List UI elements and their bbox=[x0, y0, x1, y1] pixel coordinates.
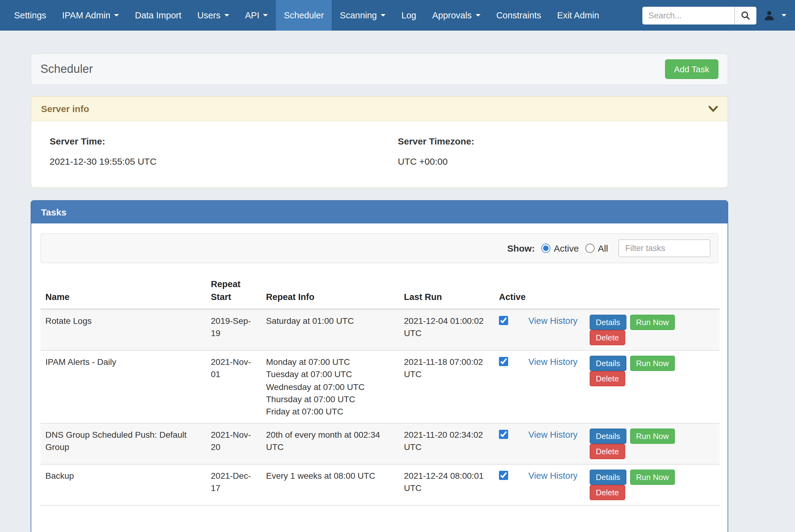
column-header-name: Name bbox=[40, 273, 206, 309]
main-content: Scheduler Add Task Server info Server Ti… bbox=[31, 53, 728, 532]
table-header-row: Name Repeat Start Repeat Info Last Run A… bbox=[40, 273, 720, 309]
search-button[interactable] bbox=[734, 6, 756, 24]
view-history-link[interactable]: View History bbox=[528, 316, 578, 326]
show-active-radio[interactable] bbox=[542, 244, 551, 253]
task-repeat-start: 2021-Dec-17 bbox=[206, 464, 261, 505]
page-header-card: Scheduler Add Task bbox=[31, 53, 728, 85]
nav-item-scheduler[interactable]: Scheduler bbox=[276, 0, 332, 31]
task-last-run: 2021-11-18 07:00:02 UTC bbox=[399, 350, 494, 423]
delete-button[interactable]: Delete bbox=[590, 330, 625, 345]
view-history-link[interactable]: View History bbox=[528, 357, 578, 367]
column-header-last-run: Last Run bbox=[399, 273, 494, 309]
server-info-title: Server info bbox=[41, 103, 89, 114]
tasks-panel: Tasks Show: Active All bbox=[31, 200, 728, 532]
chevron-down-icon bbox=[224, 14, 229, 17]
top-navbar: Settings IPAM Admin Data Import Users AP… bbox=[0, 0, 795, 31]
add-task-button[interactable]: Add Task bbox=[665, 59, 718, 79]
task-last-run: 2021-12-04 01:00:02 UTC bbox=[399, 309, 494, 350]
table-row: Backup 2021-Dec-17 Every 1 weeks at 08:0… bbox=[40, 464, 720, 505]
user-icon bbox=[764, 10, 775, 21]
nav-item-scanning[interactable]: Scanning bbox=[332, 0, 394, 31]
delete-button[interactable]: Delete bbox=[590, 443, 625, 459]
show-all-radio[interactable] bbox=[586, 244, 595, 253]
page-root: Settings IPAM Admin Data Import Users AP… bbox=[0, 0, 795, 532]
task-repeat-info: Saturday at 01:00 UTC bbox=[261, 309, 399, 350]
tasks-filter-bar: Show: Active All bbox=[40, 233, 718, 263]
details-button[interactable]: Details bbox=[590, 428, 627, 443]
server-info-panel: Server info Server Time: 2021-12-30 19:5… bbox=[31, 96, 728, 188]
table-row: IPAM Alerts - Daily 2021-Nov-01 Monday a… bbox=[40, 350, 720, 423]
tasks-panel-body: Show: Active All bbox=[31, 224, 727, 532]
task-repeat-info: Every 1 weeks at 08:00 UTC bbox=[261, 464, 399, 505]
task-repeat-info: Monday at 07:00 UTC Tuesday at 07:00 UTC… bbox=[261, 350, 399, 423]
show-all-label: All bbox=[598, 243, 608, 253]
run-now-button[interactable]: Run Now bbox=[630, 356, 675, 371]
task-name: Rotate Logs bbox=[40, 309, 206, 350]
server-timezone-label: Server Timezone: bbox=[398, 136, 727, 146]
column-header-actions bbox=[585, 273, 720, 309]
details-button[interactable]: Details bbox=[590, 315, 627, 330]
delete-button[interactable]: Delete bbox=[590, 484, 625, 500]
chevron-down-icon bbox=[263, 14, 268, 17]
nav-item-label: Users bbox=[197, 11, 221, 20]
search-input[interactable] bbox=[643, 6, 734, 24]
nav-item-label: API bbox=[245, 11, 259, 20]
active-checkbox[interactable] bbox=[499, 430, 508, 439]
nav-item-log[interactable]: Log bbox=[394, 0, 424, 31]
nav-item-api[interactable]: API bbox=[237, 0, 276, 31]
collapse-chevron-icon bbox=[709, 106, 718, 112]
task-last-run: 2021-12-24 08:00:01 UTC bbox=[399, 464, 494, 505]
table-row: Rotate Logs 2019-Sep-19 Saturday at 01:0… bbox=[40, 309, 720, 350]
task-repeat-info: 20th of every month at 002:34 UTC bbox=[261, 423, 399, 464]
details-button[interactable]: Details bbox=[590, 356, 627, 371]
search-group bbox=[643, 6, 756, 24]
chevron-down-icon bbox=[781, 14, 787, 17]
delete-button[interactable]: Delete bbox=[590, 371, 625, 386]
server-info-body: Server Time: 2021-12-30 19:55:05 UTC Ser… bbox=[31, 121, 727, 187]
tasks-table: Name Repeat Start Repeat Info Last Run A… bbox=[40, 273, 720, 506]
nav-item-label: Approvals bbox=[432, 11, 472, 20]
nav-item-constraints[interactable]: Constraints bbox=[488, 0, 549, 31]
show-active-label: Active bbox=[554, 243, 579, 253]
chevron-down-icon bbox=[381, 14, 385, 17]
chevron-down-icon bbox=[475, 14, 480, 17]
column-header-repeat-start: Repeat Start bbox=[206, 273, 261, 309]
nav-item-exit-admin[interactable]: Exit Admin bbox=[549, 0, 607, 31]
nav-item-approvals[interactable]: Approvals bbox=[424, 0, 488, 31]
nav-item-settings[interactable]: Settings bbox=[6, 0, 54, 31]
task-name: DNS Group Scheduled Push: Default Group bbox=[40, 423, 206, 464]
task-name: IPAM Alerts - Daily bbox=[40, 350, 206, 423]
nav-item-label: IPAM Admin bbox=[62, 11, 110, 20]
column-header-active: Active bbox=[494, 273, 523, 309]
server-timezone-block: Server Timezone: UTC +00:00 bbox=[379, 136, 727, 167]
run-now-button[interactable]: Run Now bbox=[630, 428, 675, 443]
view-history-link[interactable]: View History bbox=[528, 471, 578, 480]
nav-item-ipam-admin[interactable]: IPAM Admin bbox=[54, 0, 127, 31]
table-row: DNS Group Scheduled Push: Default Group … bbox=[40, 423, 720, 464]
details-button[interactable]: Details bbox=[590, 469, 627, 484]
navbar-right bbox=[643, 0, 795, 31]
active-checkbox[interactable] bbox=[499, 316, 508, 325]
task-repeat-start: 2019-Sep-19 bbox=[206, 309, 261, 350]
show-active-option[interactable]: Active bbox=[542, 243, 579, 253]
filter-tasks-input[interactable] bbox=[618, 240, 710, 257]
view-history-link[interactable]: View History bbox=[528, 430, 578, 439]
search-icon bbox=[741, 11, 750, 20]
server-time-value: 2021-12-30 19:55:05 UTC bbox=[50, 156, 379, 167]
server-info-header[interactable]: Server info bbox=[31, 97, 727, 121]
task-last-run: 2021-11-20 02:34:02 UTC bbox=[399, 423, 494, 464]
tasks-panel-header: Tasks bbox=[31, 201, 727, 224]
user-menu-button[interactable] bbox=[764, 10, 787, 21]
run-now-button[interactable]: Run Now bbox=[630, 315, 675, 330]
column-header-repeat-info: Repeat Info bbox=[261, 273, 399, 309]
page-title: Scheduler bbox=[40, 62, 93, 76]
task-repeat-start: 2021-Nov-01 bbox=[206, 350, 261, 423]
run-now-button[interactable]: Run Now bbox=[630, 469, 675, 484]
active-checkbox[interactable] bbox=[499, 357, 508, 366]
nav-item-data-import[interactable]: Data Import bbox=[127, 0, 189, 31]
active-checkbox[interactable] bbox=[499, 471, 508, 480]
column-header-history bbox=[523, 273, 585, 309]
show-all-option[interactable]: All bbox=[586, 243, 608, 253]
nav-items: Settings IPAM Admin Data Import Users AP… bbox=[0, 0, 607, 31]
nav-item-users[interactable]: Users bbox=[189, 0, 237, 31]
